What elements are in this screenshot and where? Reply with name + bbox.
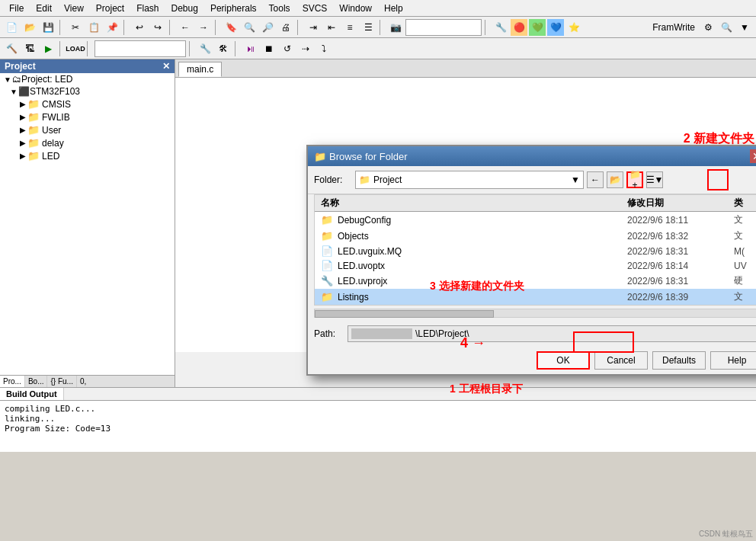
sep10 [189, 41, 194, 56]
menu-view[interactable]: View [58, 2, 90, 15]
tree-fwlib[interactable]: ▶ 📁 FWLIB [0, 110, 175, 123]
back-btn[interactable]: ← [177, 19, 194, 36]
open-btn[interactable]: 📂 [21, 19, 38, 36]
item-type-uvoptx: UV [734, 261, 756, 271]
find-btn[interactable]: 🔍 [241, 19, 258, 36]
folder-icon-objects: 📁 [321, 230, 333, 242]
find2-btn[interactable]: 🔎 [259, 19, 276, 36]
build2-btn[interactable]: 🏗 [21, 40, 38, 57]
build-line2: linking... [5, 414, 751, 424]
debug-start-btn[interactable]: ⏯ [242, 40, 259, 57]
nav-back-btn[interactable]: ← [587, 171, 604, 188]
save-btn[interactable]: 💾 [40, 19, 56, 36]
browse-ok-row: OK Cancel Defaults Help [308, 347, 756, 374]
tree-led[interactable]: ▶ 📁 LED [0, 149, 175, 162]
tree-delay[interactable]: ▶ 📁 delay [0, 136, 175, 149]
main-area: Project ✕ ▼ 🗂 Project: LED ▼ ⬛ STM32F103… [0, 59, 756, 387]
item-type-listings: 文 [734, 290, 756, 303]
list-item-listings[interactable]: 📁 Listings 2022/9/6 18:39 文 [315, 289, 756, 305]
redo-btn[interactable]: ↪ [149, 19, 166, 36]
list-item-debugconfig[interactable]: 📁 DebugConfig 2022/9/6 18:11 文 [315, 212, 756, 228]
print-btn[interactable]: 🖨 [277, 19, 294, 36]
list-item-uvprojx[interactable]: 🔧 LED.uvprojx 2022/9/6 18:31 硬 [315, 273, 756, 289]
tree-user[interactable]: ▶ 📁 User [0, 123, 175, 136]
chip-icon: ⬛ [18, 86, 30, 97]
menu-svcs[interactable]: SVCS [296, 2, 334, 15]
blue-btn[interactable]: 💙 [547, 19, 564, 36]
list-item-uvoptx[interactable]: 📄 LED.uvoptx 2022/9/6 18:14 UV [315, 258, 756, 273]
forward-btn[interactable]: → [195, 19, 212, 36]
folder-select[interactable]: 📁 Project ▼ [355, 171, 584, 189]
folder-icon-debugconfig: 📁 [321, 214, 333, 226]
menu-project[interactable]: Project [90, 2, 130, 15]
undo-btn[interactable]: ↩ [131, 19, 148, 36]
menu-bar: File Edit View Project Flash Debug Perip… [0, 0, 756, 17]
menu-tools[interactable]: Tools [263, 2, 296, 15]
indent-btn[interactable]: ⇥ [305, 19, 322, 36]
list-item-uvguix[interactable]: 📄 LED.uvguix.MQ 2022/9/6 18:31 M( [315, 244, 756, 258]
options-target-btn2[interactable]: 🛠 [215, 40, 232, 57]
framwrite-config[interactable]: ⚙ [700, 19, 716, 36]
path-input[interactable]: \LED\Project\ [348, 325, 756, 342]
green-btn[interactable]: 💚 [529, 19, 546, 36]
down-btn[interactable]: ▼ [736, 19, 753, 36]
debug-stepover-btn[interactable]: ⤵ [316, 40, 332, 57]
browse-cancel-btn[interactable]: Cancel [594, 351, 648, 370]
new-btn[interactable]: 📄 [3, 19, 20, 36]
tree-stm32f103[interactable]: ▼ ⬛ STM32F103 [0, 85, 175, 98]
menu-debug[interactable]: Debug [165, 2, 204, 15]
nav-new-folder-btn[interactable]: 📁+ [626, 171, 643, 188]
tree-project-led[interactable]: ▼ 🗂 Project: LED [0, 73, 175, 85]
debug-reset-btn[interactable]: ↺ [279, 40, 296, 57]
search-btn[interactable]: 🔍 [718, 19, 735, 36]
sidebar: Project ✕ ▼ 🗂 Project: LED ▼ ⬛ STM32F103… [0, 59, 175, 387]
menu-window[interactable]: Window [333, 2, 378, 15]
nav-up-btn[interactable]: 📂 [607, 171, 623, 188]
config-btn[interactable]: 🔴 [511, 19, 527, 36]
bookmark-btn[interactable]: 🔖 [223, 19, 239, 36]
tree-label5: User [42, 125, 61, 136]
browse-help-btn[interactable]: Help [710, 351, 756, 370]
nav-view-btn[interactable]: ☰▼ [646, 171, 663, 188]
paste-btn[interactable]: 📌 [104, 19, 120, 36]
col-btn[interactable]: ≡ [341, 19, 358, 36]
cut-btn[interactable]: ✂ [67, 19, 84, 36]
wizard-btn[interactable]: 🔧 [492, 19, 509, 36]
copy-btn[interactable]: 📋 [85, 19, 102, 36]
browse-close-btn[interactable]: ✕ [750, 149, 756, 163]
col2-btn[interactable]: ☰ [360, 19, 376, 36]
tree-cmsis[interactable]: ▶ 📁 CMSIS [0, 98, 175, 110]
item-name-debugconfig: DebugConfig [338, 215, 627, 226]
menu-help[interactable]: Help [378, 2, 409, 15]
browse-defaults-btn[interactable]: Defaults [652, 351, 706, 370]
browse-ok-btn[interactable]: OK [537, 351, 590, 370]
sidebar-tab-pro[interactable]: Pro... [0, 376, 25, 387]
browse-dialog-title: 📁 Browse for Folder ✕ [308, 146, 756, 166]
options-target-btn[interactable]: 🔧 [197, 40, 213, 57]
menu-file[interactable]: File [3, 2, 30, 15]
browse-scrollbar[interactable] [314, 309, 756, 318]
build-btn[interactable]: 🔨 [3, 40, 20, 57]
load-btn[interactable]: LOAD [67, 40, 84, 57]
camera-btn[interactable]: 📷 [387, 19, 404, 36]
run-btn[interactable]: ▶ [40, 40, 56, 57]
list-item-objects[interactable]: 📁 Objects 2022/9/6 18:32 文 [315, 228, 756, 244]
build-line1: compiling LED.c... [5, 404, 751, 414]
menu-edit[interactable]: Edit [30, 2, 58, 15]
outdent-btn[interactable]: ⇤ [323, 19, 340, 36]
sidebar-tab-bo[interactable]: Bo... [25, 376, 48, 387]
bottom-tab-build[interactable]: Build Output [0, 388, 64, 400]
menu-peripherals[interactable]: Peripherals [204, 2, 263, 15]
sidebar-tab-0[interactable]: 0, [77, 376, 89, 387]
debug-step-btn[interactable]: ⇢ [297, 40, 314, 57]
tab-mainc[interactable]: main.c [178, 62, 222, 77]
browse-list-header: 名称 修改日期 类 [315, 195, 756, 212]
menu-flash[interactable]: Flash [130, 2, 165, 15]
sidebar-tab-fu[interactable]: {} Fu... [47, 376, 76, 387]
sidebar-close[interactable]: ✕ [162, 61, 170, 72]
target-name2[interactable]: STM32F103 [94, 40, 186, 57]
star-btn[interactable]: ⭐ [565, 19, 582, 36]
debug-stop-btn[interactable]: ⏹ [261, 40, 277, 57]
target-select[interactable]: STM32F103 [405, 19, 482, 36]
sep4 [215, 20, 219, 35]
